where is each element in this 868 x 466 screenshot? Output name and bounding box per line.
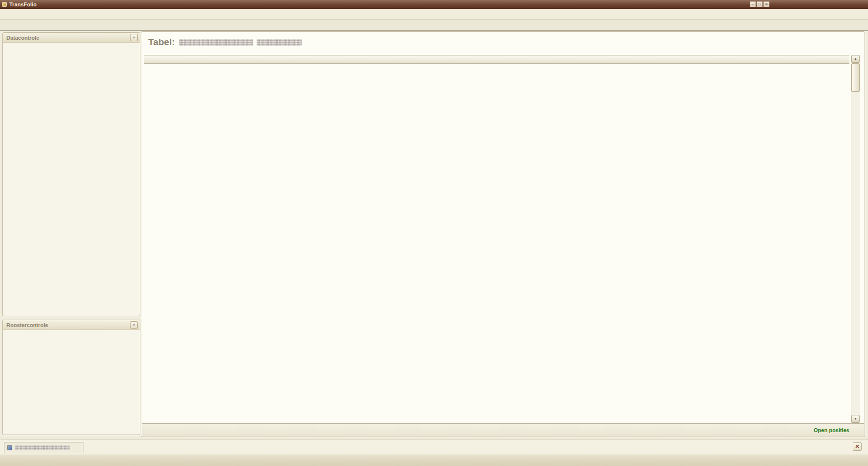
title-bar: TransFolio −□× (0, 0, 868, 9)
scroll-down-icon[interactable]: ▼ (851, 415, 860, 423)
dock-bar: ✕ (0, 439, 868, 454)
window-title: TransFolio (9, 1, 37, 7)
minimize-button[interactable]: − (750, 1, 756, 7)
app-icon (2, 2, 7, 7)
sidebar: Datacontrole ˄ Roostercontrole ˅ (2, 32, 140, 436)
main-panel: Tabel: ▲ ▼ Open posities (141, 31, 865, 437)
chevron-up-icon[interactable]: ˄ (130, 34, 138, 41)
tab-strip (2, 21, 868, 31)
grid-header-row (144, 55, 849, 64)
taskbar-item[interactable] (4, 442, 83, 453)
overview-grid (144, 55, 849, 64)
datacontrole-panel-title: Datacontrole (6, 35, 39, 41)
scrollbar-thumb[interactable] (851, 63, 860, 92)
grid-vertical-scrollbar[interactable]: ▲ ▼ (851, 55, 860, 423)
workspace: Datacontrole ˄ Roostercontrole ˅ Tabel: (0, 30, 868, 438)
app-window: TransFolio −□× Datacontrole ˄ Roostercon… (0, 0, 868, 466)
redacted-table-name (257, 39, 302, 46)
grid-footer-bar: Open posities (142, 423, 864, 436)
datacontrole-fields (3, 43, 140, 47)
redacted-table-name (179, 39, 253, 46)
scroll-up-icon[interactable]: ▲ (851, 55, 860, 63)
close-button[interactable]: × (763, 1, 769, 7)
datacontrole-panel: Datacontrole ˄ (2, 32, 140, 316)
table-title-label: Tabel: (148, 37, 175, 48)
status-open-posities: Open posities (814, 427, 849, 433)
roostercontrole-panel: Roostercontrole ˅ (2, 320, 140, 435)
close-icon[interactable]: ✕ (853, 442, 862, 451)
table-title: Tabel: (148, 37, 302, 48)
menu-bar (0, 9, 868, 20)
redacted-task-label (15, 445, 70, 450)
document-icon (7, 445, 12, 450)
window-controls: −□× (750, 1, 769, 7)
desktop-background (0, 455, 868, 466)
maximize-button[interactable]: □ (757, 1, 763, 7)
chevron-down-icon[interactable]: ˅ (130, 321, 138, 329)
roostercontrole-panel-title: Roostercontrole (6, 322, 48, 328)
